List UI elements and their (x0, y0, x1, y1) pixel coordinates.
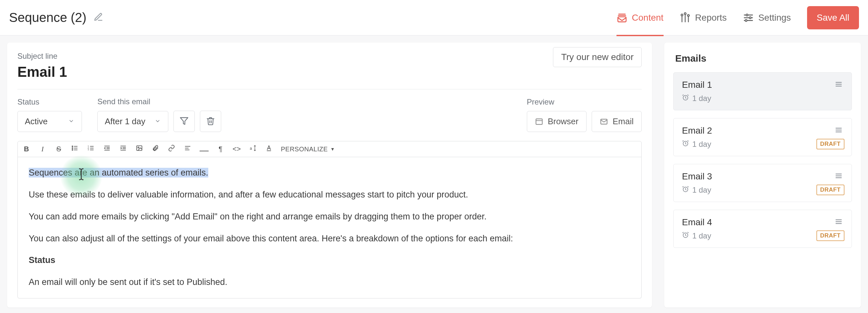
body-p2: Use these emails to deliver valuable inf… (29, 188, 630, 202)
email-card[interactable]: Email 4 1 day DRAFT (673, 210, 852, 248)
attachment-button[interactable] (151, 145, 160, 153)
alarm-icon (682, 186, 689, 195)
delete-button[interactable] (200, 111, 221, 132)
svg-marker-10 (180, 117, 188, 124)
email-card[interactable]: Email 2 1 day DRAFT (673, 118, 852, 156)
trash-icon (206, 116, 215, 126)
align-button[interactable] (183, 145, 192, 153)
divider (18, 89, 642, 89)
sliders-icon (743, 12, 754, 23)
save-all-button[interactable]: Save All (807, 6, 859, 29)
svg-text:a: a (250, 146, 252, 151)
email-card-name: Email 3 (682, 171, 712, 182)
svg-point-16 (72, 148, 73, 149)
personalize-label: PERSONALIZE (281, 145, 328, 153)
preview-browser-button[interactable]: Browser (527, 111, 587, 132)
filter-button[interactable] (174, 111, 195, 132)
page: Try our new editor Subject line Email 1 … (0, 35, 868, 313)
preview-email-button[interactable]: Email (592, 111, 642, 132)
alarm-icon (682, 94, 689, 103)
draft-badge: DRAFT (816, 139, 845, 149)
browser-icon (535, 117, 543, 126)
code-button[interactable]: <> (232, 145, 241, 153)
numbered-list-button[interactable]: 123 (87, 145, 95, 153)
nav-settings-label: Settings (758, 12, 791, 23)
personalize-dropdown[interactable]: PERSONALIZE ▼ (281, 145, 335, 153)
hr-button[interactable] (199, 145, 209, 153)
svg-text:3: 3 (88, 148, 89, 151)
email-card-name: Email 2 (682, 125, 712, 136)
bold-button[interactable]: B (22, 145, 31, 153)
emails-title: Emails (671, 53, 855, 72)
email-card-delay: 1 day (682, 186, 712, 195)
draft-badge: DRAFT (816, 184, 845, 195)
svg-rect-0 (618, 17, 626, 22)
body-p1: Sequences are an automated series of ema… (29, 168, 208, 177)
editor-body[interactable]: Sequences are an automated series of ema… (18, 157, 642, 298)
paragraph-button[interactable]: ¶ (216, 145, 225, 153)
status-label: Status (18, 97, 82, 107)
drag-handle-icon[interactable] (834, 80, 843, 103)
send-label: Send this email (97, 97, 221, 106)
email-title[interactable]: Email 1 (18, 64, 642, 80)
emails-side-panel: Emails Email 1 1 day Email 2 1 day (664, 42, 861, 308)
svg-point-9 (745, 19, 747, 21)
image-button[interactable] (135, 145, 144, 153)
email-card-delay: 1 day (682, 231, 712, 240)
editor-toolbar: B I S 123 (18, 141, 642, 157)
svg-point-35 (138, 147, 139, 148)
email-card-name: Email 4 (682, 217, 712, 227)
subject-line-label: Subject line (18, 52, 642, 61)
reports-icon (680, 12, 691, 23)
nav-content[interactable]: Content (617, 1, 663, 36)
draft-badge: DRAFT (816, 230, 845, 241)
mail-stack-icon (617, 12, 627, 23)
top-bar: Sequence (2) Content Reports Settings Sa… (0, 0, 868, 35)
body-p4: You can also adjust all of the settings … (29, 232, 630, 246)
top-bar-right: Content Reports Settings Save All (617, 1, 859, 35)
link-button[interactable] (167, 145, 176, 153)
bullet-list-button[interactable] (71, 145, 79, 153)
caret-down-icon: ▼ (331, 146, 335, 152)
email-card[interactable]: Email 1 1 day (673, 72, 852, 110)
alarm-icon (682, 140, 689, 149)
nav-settings[interactable]: Settings (743, 1, 791, 35)
svg-point-7 (749, 17, 751, 19)
svg-point-18 (72, 149, 73, 150)
indent-button[interactable] (119, 145, 127, 153)
nav-content-label: Content (632, 12, 663, 23)
line-height-button[interactable]: a (249, 145, 257, 153)
body-p3: You can add more emails by clicking "Add… (29, 210, 630, 224)
page-title: Sequence (2) (9, 10, 86, 25)
text-color-button[interactable] (265, 145, 273, 153)
main-panel: Try our new editor Subject line Email 1 … (7, 42, 652, 308)
svg-point-5 (746, 14, 748, 16)
email-card[interactable]: Email 3 1 day DRAFT (673, 164, 852, 202)
nav-reports-label: Reports (695, 12, 727, 23)
preview-email-label: Email (613, 116, 633, 126)
nav-reports[interactable]: Reports (680, 1, 727, 35)
send-dropdown[interactable]: After 1 day (97, 111, 168, 132)
email-card-name: Email 1 (682, 80, 712, 90)
edit-title-icon[interactable] (94, 12, 103, 23)
body-p5: An email will only be sent out if it's s… (29, 276, 630, 289)
send-value: After 1 day (105, 116, 146, 126)
chevron-down-icon (68, 116, 74, 126)
envelope-icon (600, 117, 608, 126)
email-card-delay: 1 day (682, 94, 712, 103)
status-group: Status Active (18, 97, 82, 132)
preview-group: Preview Browser Email (527, 97, 642, 132)
body-h-status: Status (29, 255, 56, 265)
top-bar-left: Sequence (2) (9, 10, 103, 25)
email-card-delay: 1 day (682, 140, 712, 149)
svg-point-14 (72, 146, 73, 147)
alarm-icon (682, 231, 689, 240)
try-new-editor-button[interactable]: Try our new editor (553, 47, 642, 67)
preview-browser-label: Browser (548, 116, 579, 126)
italic-button[interactable]: I (38, 145, 47, 153)
preview-label: Preview (527, 97, 642, 107)
strike-button[interactable]: S (55, 145, 63, 153)
status-dropdown[interactable]: Active (18, 111, 82, 132)
chevron-down-icon (154, 116, 161, 126)
outdent-button[interactable] (103, 145, 111, 153)
